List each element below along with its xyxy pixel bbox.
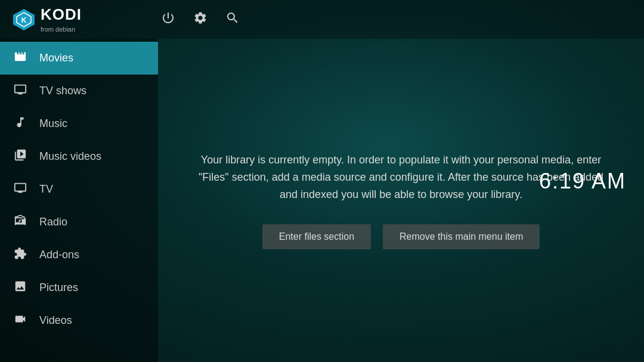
musicvideos-icon [12, 148, 29, 165]
sidebar-item-musicvideos[interactable]: Music videos [0, 140, 158, 173]
sidebar-label-tv: TV [39, 183, 53, 196]
sidebar-label-radio: Radio [39, 216, 67, 228]
search-icon[interactable] [225, 11, 240, 29]
power-icon[interactable] [161, 11, 175, 29]
app-title: KODI [41, 5, 82, 24]
kodi-logo: K KODI from debian [12, 5, 82, 33]
action-buttons: Enter files section Remove this main men… [262, 224, 540, 249]
sidebar-item-movies[interactable]: Movies [0, 42, 158, 75]
sidebar-label-tvshows: TV shows [39, 85, 86, 97]
sidebar-item-addons[interactable]: Add-ons [0, 239, 158, 271]
sidebar: Movies TV shows Music Music videos [0, 39, 158, 362]
sidebar-item-radio[interactable]: Radio [0, 206, 158, 239]
main-layout: Movies TV shows Music Music videos [0, 39, 644, 362]
addons-icon [12, 247, 29, 263]
enter-files-button[interactable]: Enter files section [262, 224, 371, 249]
sidebar-label-movies: Movies [39, 52, 73, 64]
sidebar-label-music: Music [39, 117, 67, 130]
radio-icon [12, 214, 29, 230]
sidebar-item-music[interactable]: Music [0, 107, 158, 140]
remove-menu-item-button[interactable]: Remove this main menu item [383, 224, 540, 249]
sidebar-item-videos[interactable]: Videos [0, 304, 158, 337]
sidebar-label-addons: Add-ons [39, 249, 79, 261]
kodi-icon: K [12, 8, 36, 32]
clock: 6:19 AM [539, 169, 626, 194]
app-subtitle: from debian [41, 26, 82, 33]
sidebar-label-pictures: Pictures [39, 281, 78, 294]
settings-icon[interactable] [193, 11, 208, 29]
sidebar-item-pictures[interactable]: Pictures [0, 271, 158, 304]
sidebar-item-tv[interactable]: TV [0, 173, 158, 206]
sidebar-label-musicvideos: Music videos [39, 150, 101, 163]
content-area: Your library is currently empty. In orde… [158, 39, 644, 362]
pictures-icon [12, 280, 29, 296]
tv-icon [12, 181, 29, 197]
movies-icon [12, 50, 29, 66]
header: K KODI from debian 6:19 AM [0, 0, 644, 39]
svg-text:K: K [21, 16, 27, 24]
tvshows-icon [12, 83, 29, 99]
music-icon [12, 116, 29, 132]
videos-icon [12, 313, 29, 329]
sidebar-label-videos: Videos [39, 314, 72, 327]
sidebar-item-tvshows[interactable]: TV shows [0, 75, 158, 107]
